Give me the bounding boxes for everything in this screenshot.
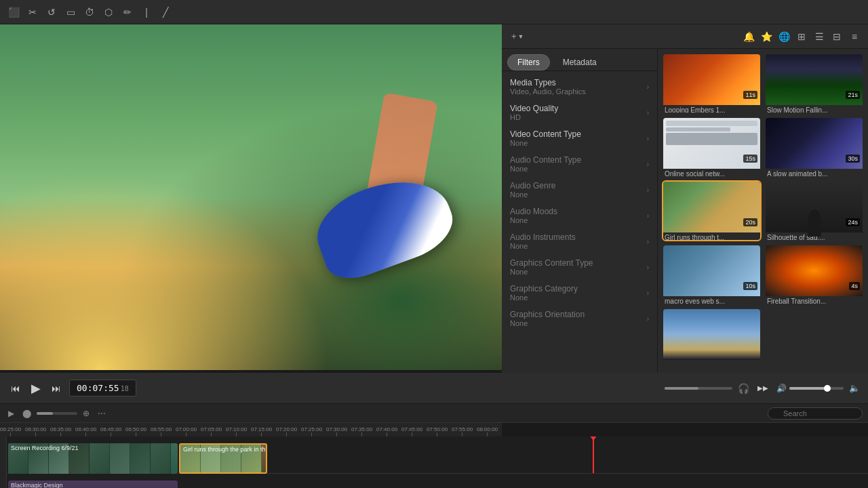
- chevron-right-icon: ›: [647, 83, 649, 91]
- ruler-mark: 07:15:00: [251, 426, 272, 436]
- media-item-city-view[interactable]: [663, 309, 760, 367]
- skip-forward-button[interactable]: ⏭: [49, 380, 64, 396]
- timeline-fit[interactable]: ⬤: [20, 407, 34, 420]
- marker-icon[interactable]: |: [138, 4, 155, 20]
- scissors-icon[interactable]: ✂: [24, 4, 41, 20]
- video-track: Screen Recording 6/9/21: [7, 436, 868, 474]
- timeline-controls: ▶ ⬤ ⊕ ⋯ 🔍: [0, 404, 868, 423]
- playhead: [593, 436, 594, 473]
- bell-icon[interactable]: 🔔: [741, 28, 757, 45]
- filters-panel: Filters Metadata Media Types Video, Audi…: [502, 49, 658, 373]
- chevron-right-icon: ›: [647, 315, 649, 323]
- thumb-label: Fireball Transition...: [766, 296, 863, 304]
- filter-item-graphics-category[interactable]: Graphics Category None ›: [502, 280, 657, 306]
- chevron-right-icon: ›: [647, 264, 649, 271]
- right-toolbar: + ▼ 🔔 ⭐ 🌐 ⊞ ☰ ⊟ ≡: [502, 24, 868, 49]
- transport-bar: ⏮ ▶ ⏭ 00:07:5518 🎧 ▶▶ 🔊 🔈: [0, 373, 868, 404]
- volume-control: 🔊: [776, 384, 844, 393]
- thumb-duration: 24s: [846, 218, 860, 226]
- timeline-tracks: Screen Recording 6/9/21: [7, 436, 868, 488]
- ruler-mark: 08:00:00: [477, 426, 498, 436]
- timeline-more[interactable]: ⋯: [95, 407, 108, 420]
- ruler-mark: 06:30:00: [25, 426, 46, 436]
- thumb-duration: 4s: [849, 282, 860, 290]
- media-item-slow-motion[interactable]: 21s Slow Motion Fallin...: [766, 54, 863, 113]
- node-icon[interactable]: ⬡: [100, 4, 117, 20]
- filter-item-audio-content-type[interactable]: Audio Content Type None ›: [502, 151, 657, 177]
- clip-screen-recording[interactable]: Screen Recording 6/9/21: [8, 443, 178, 474]
- blade-icon[interactable]: ╱: [157, 4, 174, 20]
- skip-back-button[interactable]: ⏮: [8, 380, 23, 396]
- media-icon[interactable]: ⬛: [5, 4, 22, 20]
- clock-icon[interactable]: ⏱: [81, 4, 98, 20]
- ruler-mark: 06:50:00: [125, 426, 146, 436]
- media-item-looping-embers[interactable]: 11s Looping Embers 1...: [663, 54, 760, 113]
- grid-icon[interactable]: ⊞: [793, 28, 810, 45]
- chevron-right-icon: ›: [647, 238, 649, 245]
- audio-track: Blackmagic Design: [7, 474, 868, 488]
- route-button[interactable]: ▶▶: [755, 382, 771, 394]
- ruler-mark: 06:45:00: [100, 426, 121, 436]
- thumb-duration: 15s: [743, 155, 757, 163]
- thumb-label: Slow Motion Fallin...: [766, 105, 863, 113]
- ruler-mark: 07:10:00: [226, 426, 247, 436]
- tab-metadata[interactable]: Metadata: [553, 54, 607, 70]
- playback-slider[interactable]: [665, 387, 732, 390]
- tab-filters[interactable]: Filters: [507, 54, 550, 70]
- add-button[interactable]: + ▼: [507, 30, 528, 43]
- ruler-mark: 07:35:00: [351, 426, 372, 436]
- timeline-container: 06:25:0006:30:0006:35:0006:40:0006:45:00…: [0, 423, 868, 488]
- timeline-zoom-out[interactable]: ▶: [5, 407, 17, 420]
- timeline-search-input[interactable]: [768, 407, 863, 420]
- media-item-macro-eyes[interactable]: 10s macro eyes web s...: [663, 245, 760, 304]
- ruler-mark: 07:45:00: [401, 426, 422, 436]
- media-item-slow-animated[interactable]: 30s A slow animated b...: [766, 118, 863, 176]
- ruler-mark: 06:40:00: [75, 426, 96, 436]
- ruler-mark: 07:00:00: [176, 426, 197, 436]
- filter-item-media-types[interactable]: Media Types Video, Audio, Graphics ›: [502, 74, 657, 100]
- chevron-right-icon: ›: [647, 212, 649, 220]
- filter-item-audio-genre[interactable]: Audio Genre None ›: [502, 177, 657, 203]
- media-item-online-social[interactable]: 15s Online social netw...: [663, 118, 760, 176]
- thumb-label: Online social netw...: [663, 169, 760, 176]
- ruler-mark: 07:50:00: [427, 426, 448, 436]
- media-item-fireball[interactable]: 4s Fireball Transition...: [766, 245, 863, 304]
- thumb-duration: 20s: [743, 218, 757, 226]
- ruler-mark: 06:55:00: [151, 426, 172, 436]
- filter-item-audio-moods[interactable]: Audio Moods None ›: [502, 203, 657, 228]
- grid2-icon[interactable]: ⊟: [829, 28, 845, 45]
- thumb-label: Girl runs through t...: [663, 232, 760, 240]
- filter-item-video-content-type[interactable]: Video Content Type None ›: [502, 125, 657, 151]
- filter-item-video-quality[interactable]: Video Quality HD ›: [502, 100, 657, 125]
- clip-girl-runs[interactable]: Girl runs through the park in the: [179, 443, 267, 474]
- timeline-zoom-in[interactable]: ⊕: [80, 407, 92, 420]
- volume-icon: 🔊: [776, 384, 787, 393]
- star-icon[interactable]: ⭐: [758, 28, 774, 45]
- thumb-label: Looping Embers 1...: [663, 105, 760, 113]
- timeline-zoom-slider[interactable]: [37, 412, 77, 415]
- menu-icon[interactable]: ≡: [846, 28, 863, 45]
- filter-item-graphics-content-type[interactable]: Graphics Content Type None ›: [502, 254, 657, 280]
- filter-item-graphics-orientation[interactable]: Graphics Orientation None ›: [502, 306, 657, 331]
- thumb-duration: 21s: [846, 91, 860, 99]
- thumb-label: A slow animated b...: [766, 169, 863, 176]
- ruler-mark: 07:25:00: [301, 426, 322, 436]
- ruler-mark: 06:35:00: [50, 426, 71, 436]
- play-button[interactable]: ▶: [28, 378, 43, 399]
- timeline-ruler: 06:25:0006:30:0006:35:0006:40:0006:45:00…: [0, 423, 502, 436]
- media-item-girl-runs[interactable]: 20s Girl runs through t...: [663, 182, 760, 240]
- top-toolbar: ⬛ ✂ ↺ ▭ ⏱ ⬡ ✏ | ╱: [0, 0, 868, 24]
- volume-slider[interactable]: [789, 387, 844, 390]
- pencil-icon[interactable]: ✏: [119, 4, 136, 20]
- monitor-icon[interactable]: ▭: [62, 4, 79, 20]
- media-item-silhouette[interactable]: 24s Silhouette of sad,...: [766, 182, 863, 240]
- filter-item-audio-instruments[interactable]: Audio Instruments None ›: [502, 228, 657, 254]
- globe-icon[interactable]: 🌐: [776, 28, 792, 45]
- main-area: + ▼ 🔔 ⭐ 🌐 ⊞ ☰ ⊟ ≡ Filters Metadata: [0, 24, 868, 373]
- clip-blackmagic[interactable]: Blackmagic Design: [8, 481, 178, 488]
- list-icon[interactable]: ☰: [811, 28, 827, 45]
- headphone-icon: 🎧: [738, 383, 749, 394]
- refresh-icon[interactable]: ↺: [43, 4, 60, 20]
- mute-icon[interactable]: 🔈: [849, 383, 860, 393]
- bottom-area: ⏮ ▶ ⏭ 00:07:5518 🎧 ▶▶ 🔊 🔈 ▶ ⬤ ⊕ ⋯: [0, 373, 868, 488]
